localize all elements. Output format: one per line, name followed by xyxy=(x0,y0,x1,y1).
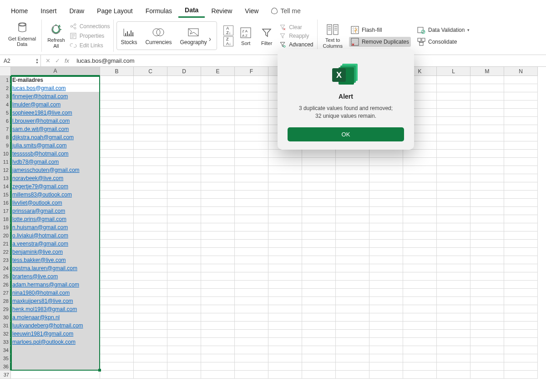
cell[interactable] xyxy=(302,231,336,240)
cell[interactable] xyxy=(201,109,235,117)
cell[interactable] xyxy=(437,133,470,141)
cell[interactable] xyxy=(403,362,437,371)
cell[interactable] xyxy=(100,256,134,264)
cell[interactable] xyxy=(100,101,134,109)
row-header[interactable]: 25 xyxy=(0,272,11,281)
row-header[interactable]: 5 xyxy=(0,109,11,117)
row-header[interactable]: 33 xyxy=(0,338,11,346)
cell[interactable] xyxy=(336,215,369,223)
cell[interactable] xyxy=(167,338,201,346)
cell[interactable] xyxy=(201,297,235,305)
cell[interactable] xyxy=(336,371,369,379)
cell[interactable] xyxy=(201,76,235,84)
cell[interactable] xyxy=(134,141,167,150)
cell[interactable] xyxy=(437,76,470,84)
cell[interactable] xyxy=(134,199,167,207)
column-header-A[interactable]: A xyxy=(11,67,100,76)
cell[interactable] xyxy=(336,231,369,240)
cell[interactable] xyxy=(437,101,470,109)
cell[interactable] xyxy=(100,223,134,231)
cell[interactable] xyxy=(268,354,302,362)
geography-datatype-button[interactable]: Geography xyxy=(180,26,207,45)
cell[interactable] xyxy=(369,338,403,346)
cell[interactable]: noravbeek@live.com xyxy=(11,174,100,182)
cell[interactable] xyxy=(268,215,302,223)
cell[interactable] xyxy=(437,117,470,125)
cell[interactable] xyxy=(336,281,369,289)
row-header[interactable]: 19 xyxy=(0,223,11,231)
cell[interactable] xyxy=(470,371,504,379)
cell[interactable] xyxy=(470,330,504,338)
cell[interactable] xyxy=(369,354,403,362)
cell[interactable] xyxy=(100,150,134,158)
cell[interactable] xyxy=(336,297,369,305)
cell[interactable] xyxy=(504,313,538,322)
cell[interactable] xyxy=(369,346,403,354)
cell[interactable] xyxy=(167,354,201,362)
cell[interactable] xyxy=(134,215,167,223)
row-header[interactable]: 12 xyxy=(0,166,11,174)
cell[interactable]: julia.smits@gmail.com xyxy=(11,141,100,150)
cell[interactable] xyxy=(11,362,100,371)
cell[interactable] xyxy=(201,240,235,248)
cell[interactable] xyxy=(504,256,538,264)
cell[interactable] xyxy=(201,166,235,174)
cell[interactable] xyxy=(201,264,235,272)
cell[interactable] xyxy=(336,264,369,272)
cell[interactable] xyxy=(100,338,134,346)
cell[interactable] xyxy=(302,223,336,231)
cell[interactable] xyxy=(437,215,470,223)
cell[interactable] xyxy=(134,117,167,125)
cell[interactable] xyxy=(100,354,134,362)
row-header[interactable]: 16 xyxy=(0,199,11,207)
cell[interactable] xyxy=(302,240,336,248)
cell[interactable] xyxy=(336,289,369,297)
text-to-columns-button[interactable]: Text to Columns xyxy=(321,22,344,49)
cell[interactable] xyxy=(134,76,167,84)
cell[interactable] xyxy=(235,158,268,166)
cell[interactable] xyxy=(437,248,470,256)
cell[interactable] xyxy=(100,109,134,117)
connections-button[interactable]: Connections xyxy=(70,22,110,30)
cell[interactable] xyxy=(201,371,235,379)
cell[interactable] xyxy=(369,150,403,158)
cell[interactable] xyxy=(134,297,167,305)
cell[interactable] xyxy=(134,289,167,297)
cell[interactable] xyxy=(504,84,538,92)
cell[interactable]: o.liviakui@hotmail.com xyxy=(11,231,100,240)
row-header[interactable]: 27 xyxy=(0,289,11,297)
cell[interactable]: jamesschouten@gmail.com xyxy=(11,166,100,174)
column-header-M[interactable]: M xyxy=(470,67,504,76)
cell[interactable] xyxy=(167,289,201,297)
cell[interactable] xyxy=(201,256,235,264)
cell[interactable] xyxy=(504,240,538,248)
cell[interactable] xyxy=(369,166,403,174)
cell[interactable] xyxy=(470,199,504,207)
cell[interactable] xyxy=(336,248,369,256)
cell[interactable] xyxy=(201,281,235,289)
cell[interactable] xyxy=(134,182,167,191)
cell[interactable] xyxy=(100,272,134,281)
cell[interactable] xyxy=(167,141,201,150)
cell[interactable] xyxy=(167,101,201,109)
cell[interactable] xyxy=(100,141,134,150)
cell[interactable] xyxy=(201,231,235,240)
cell[interactable]: sam.de.wit@gmail.com xyxy=(11,125,100,133)
cell[interactable] xyxy=(403,289,437,297)
cell[interactable]: marloes.pol@outlook.com xyxy=(11,338,100,346)
cell[interactable] xyxy=(369,322,403,330)
cell[interactable] xyxy=(201,125,235,133)
cell[interactable] xyxy=(437,92,470,101)
row-header[interactable]: 22 xyxy=(0,248,11,256)
cell[interactable] xyxy=(504,231,538,240)
cell[interactable] xyxy=(235,141,268,150)
cell[interactable] xyxy=(167,313,201,322)
cell[interactable] xyxy=(201,330,235,338)
cell[interactable] xyxy=(470,297,504,305)
cell[interactable]: lvdb78@gmail.com xyxy=(11,158,100,166)
cell[interactable] xyxy=(201,84,235,92)
cell[interactable] xyxy=(302,354,336,362)
cell[interactable] xyxy=(100,158,134,166)
cell[interactable] xyxy=(235,322,268,330)
cell[interactable] xyxy=(100,174,134,182)
